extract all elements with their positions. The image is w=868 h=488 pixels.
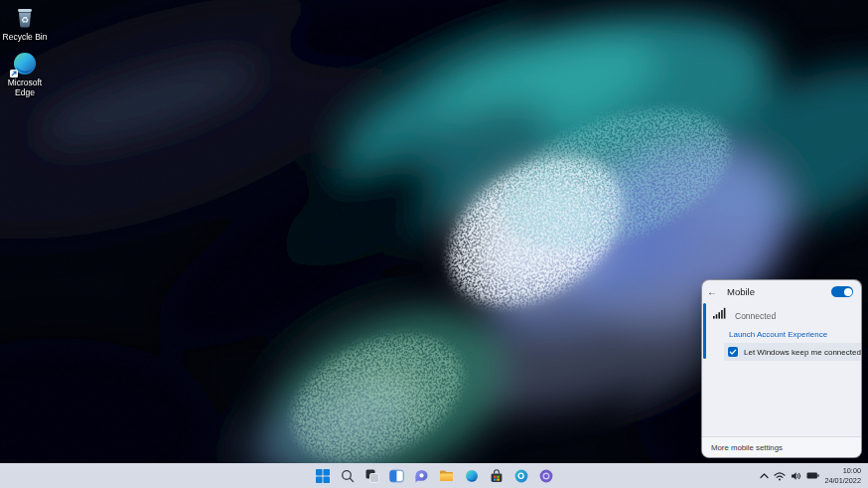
edge-icon bbox=[12, 51, 38, 77]
recycle-bin-icon: ♻ bbox=[12, 5, 38, 31]
more-mobile-settings-label: More mobile settings bbox=[711, 443, 783, 452]
tray-volume[interactable] bbox=[791, 471, 801, 481]
cellular-signal-icon bbox=[713, 305, 726, 317]
chat-icon bbox=[414, 469, 429, 483]
back-button[interactable]: ← bbox=[702, 286, 722, 297]
wifi-icon bbox=[774, 471, 786, 481]
flyout-title: Mobile bbox=[727, 286, 755, 297]
checkmark-icon bbox=[729, 348, 737, 356]
desktop-icon-recycle-bin[interactable]: ♻ Recycle Bin bbox=[0, 5, 50, 43]
toggle-knob bbox=[844, 288, 852, 296]
tray-network[interactable] bbox=[774, 471, 786, 481]
desktop-icon-label: Microsoft Edge bbox=[1, 79, 49, 98]
connection-status: Connected bbox=[735, 311, 776, 321]
file-explorer-icon bbox=[439, 469, 454, 482]
mobile-toggle[interactable] bbox=[831, 286, 853, 297]
search-button[interactable] bbox=[338, 465, 357, 486]
chevron-up-icon bbox=[760, 472, 769, 480]
cortana-button[interactable] bbox=[511, 465, 530, 486]
mobile-flyout-panel: ← Mobile Connected Launch Account Experi… bbox=[701, 279, 862, 458]
keep-connected-row[interactable]: Let Windows keep me connected bbox=[724, 343, 861, 361]
edge-icon bbox=[465, 469, 479, 483]
edge-button[interactable] bbox=[462, 465, 481, 486]
flyout-header: ← Mobile bbox=[702, 280, 861, 302]
shortcut-arrow-badge bbox=[10, 70, 18, 78]
app-circle-button[interactable] bbox=[536, 465, 555, 486]
more-mobile-settings[interactable]: More mobile settings bbox=[702, 436, 861, 457]
search-icon bbox=[341, 469, 355, 483]
keep-connected-label: Let Windows keep me connected bbox=[744, 348, 861, 357]
store-icon bbox=[490, 469, 504, 483]
battery-icon bbox=[806, 471, 819, 480]
widgets-button[interactable] bbox=[387, 465, 406, 486]
task-view-icon bbox=[365, 469, 379, 483]
keep-connected-checkbox[interactable] bbox=[728, 347, 738, 357]
file-explorer-button[interactable] bbox=[437, 465, 456, 486]
speaker-icon bbox=[791, 471, 801, 481]
desktop-icon-label: Recycle Bin bbox=[3, 33, 48, 43]
system-tray: 10:00 24/01/2022 bbox=[760, 463, 868, 488]
clock-time: 10:00 bbox=[843, 466, 861, 475]
start-button[interactable] bbox=[313, 465, 332, 486]
launch-account-experience-link[interactable]: Launch Account Experience bbox=[729, 330, 827, 339]
svg-text:♻: ♻ bbox=[21, 15, 29, 25]
task-view-button[interactable] bbox=[362, 465, 381, 486]
app-circle-icon bbox=[539, 469, 553, 483]
store-button[interactable] bbox=[487, 465, 506, 486]
taskbar: 10:00 24/01/2022 bbox=[0, 463, 868, 488]
tray-battery[interactable] bbox=[806, 471, 819, 480]
widgets-icon bbox=[389, 469, 404, 483]
taskbar-center-icons bbox=[313, 463, 555, 488]
tray-chevron-up[interactable] bbox=[760, 472, 769, 480]
clock-date: 24/01/2022 bbox=[824, 476, 861, 485]
accent-bar bbox=[703, 303, 706, 359]
taskbar-clock[interactable]: 10:00 24/01/2022 bbox=[824, 466, 861, 485]
chat-button[interactable] bbox=[412, 465, 431, 486]
cortana-icon bbox=[514, 469, 528, 483]
desktop-icon-microsoft-edge[interactable]: Microsoft Edge bbox=[0, 51, 50, 98]
windows-logo-icon bbox=[316, 469, 330, 483]
